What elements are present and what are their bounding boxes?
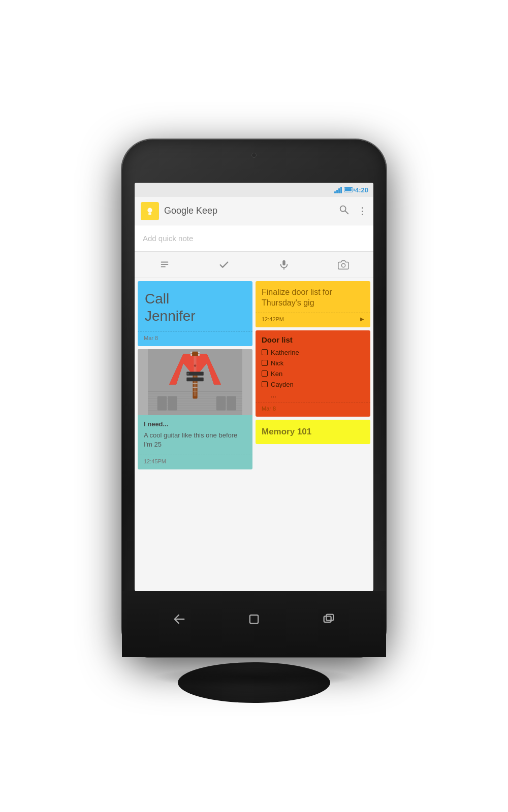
app-title: Google Keep: [164, 206, 338, 216]
svg-rect-45: [326, 615, 333, 621]
svg-rect-42: [227, 396, 236, 411]
back-button[interactable]: [169, 609, 189, 629]
svg-point-34: [190, 352, 193, 354]
nav-bar: [122, 591, 386, 657]
note-body: A cool guitar like this one before I'm 2…: [138, 430, 252, 454]
svg-point-32: [187, 373, 189, 375]
memory-title: Memory 101: [256, 420, 370, 444]
keep-logo-icon: [141, 202, 159, 220]
svg-point-2: [340, 206, 346, 212]
guitar-image: [138, 349, 252, 415]
svg-rect-39: [157, 396, 167, 411]
notes-column-left: CallJennifer Mar 8: [138, 281, 252, 588]
checkbox-ken: [262, 370, 268, 377]
svg-rect-31: [186, 378, 203, 381]
front-camera: [251, 153, 257, 158]
checklist-ellipsis: ...: [256, 390, 370, 402]
checklist-item: Nick: [256, 358, 370, 368]
status-time: 4:20: [355, 186, 368, 194]
note-call-jennifer[interactable]: CallJennifer Mar 8: [138, 281, 252, 346]
checkbox-nick: [262, 360, 268, 366]
checklist-item: Ken: [256, 368, 370, 379]
svg-rect-40: [168, 396, 177, 411]
svg-rect-30: [186, 372, 203, 376]
svg-point-38: [194, 365, 196, 367]
svg-rect-5: [161, 264, 168, 265]
notes-grid: CallJennifer Mar 8: [135, 278, 373, 591]
search-icon[interactable]: [338, 204, 350, 218]
svg-rect-33: [192, 352, 199, 356]
checklist-title: Door list: [256, 330, 370, 347]
checkbox-katherine: [262, 349, 268, 355]
note-text-button[interactable]: [154, 255, 175, 275]
recents-button[interactable]: [319, 609, 339, 629]
app-bar: Google Keep ⋮: [135, 197, 373, 225]
note-memory-101[interactable]: Memory 101: [256, 420, 370, 444]
svg-point-35: [190, 354, 193, 356]
note-title: Finalize door list for Thursday's gig: [256, 281, 370, 313]
battery-icon: [344, 187, 353, 192]
phone-stand: [178, 662, 330, 703]
svg-point-0: [147, 208, 152, 212]
action-bar: [135, 252, 373, 278]
svg-rect-41: [216, 396, 226, 411]
signal-icon: [334, 186, 342, 193]
play-icon: ▶: [360, 316, 364, 322]
checklist-button[interactable]: [214, 255, 234, 275]
svg-rect-43: [250, 615, 258, 623]
quick-note-bar[interactable]: Add quick note: [135, 225, 373, 252]
note-finalize-door[interactable]: Finalize door list for Thursday's gig 12…: [256, 281, 370, 327]
status-bar: 4:20: [135, 183, 373, 197]
svg-rect-1: [148, 212, 151, 215]
svg-point-9: [342, 263, 345, 267]
notes-column-right: Finalize door list for Thursday's gig 12…: [256, 281, 370, 588]
note-time: 12:45PM: [138, 455, 252, 469]
svg-rect-4: [161, 261, 168, 262]
phone-screen: 4:20 Google Keep: [135, 183, 373, 591]
checklist-item: Katherine: [256, 347, 370, 358]
phone-device: 4:20 Google Keep: [122, 140, 386, 672]
checklist-date: Mar 8: [256, 402, 370, 417]
svg-rect-6: [161, 266, 165, 267]
note-time: 12:42PM ▶: [256, 313, 370, 327]
note-subtitle: I need...: [138, 415, 252, 430]
svg-point-36: [198, 352, 200, 354]
svg-rect-7: [282, 260, 285, 265]
microphone-button[interactable]: [274, 255, 294, 275]
note-date: Mar 8: [138, 331, 252, 346]
note-guitar-wish[interactable]: I need... A cool guitar like this one be…: [138, 349, 252, 469]
svg-rect-44: [324, 616, 331, 622]
home-button[interactable]: [244, 609, 264, 629]
checklist-item: Cayden: [256, 379, 370, 390]
quick-note-placeholder: Add quick note: [143, 234, 193, 243]
app-bar-actions: ⋮: [338, 204, 367, 218]
more-options-icon[interactable]: ⋮: [358, 206, 367, 217]
phone-shadow: [152, 667, 356, 688]
checkbox-cayden: [262, 381, 268, 387]
note-title: CallJennifer: [138, 281, 252, 329]
note-door-checklist[interactable]: Door list Katherine Nick Ken: [256, 330, 370, 417]
svg-point-37: [198, 354, 200, 356]
camera-button[interactable]: [333, 255, 354, 275]
phone-body: 4:20 Google Keep: [122, 140, 386, 657]
status-icons: 4:20: [334, 186, 368, 194]
svg-line-3: [345, 211, 348, 214]
